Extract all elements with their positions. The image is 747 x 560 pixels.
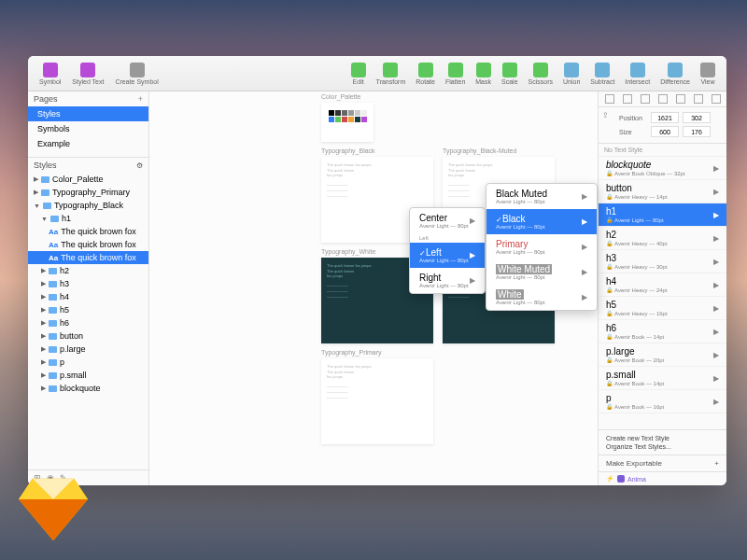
color-option[interactable]: PrimaryAvenir Light — 80pt▶ bbox=[486, 234, 597, 259]
text-style-icon: Aa bbox=[49, 228, 58, 236]
tree-item[interactable]: ▶h5 bbox=[28, 303, 148, 316]
toolbar-scissors[interactable]: Scissors bbox=[525, 63, 557, 85]
color-option[interactable]: WhiteAvenir Light — 80pt▶ bbox=[486, 285, 597, 310]
pos-x-input[interactable] bbox=[651, 112, 679, 123]
text-style-blockquote[interactable]: blockquote🔒Avenir Book Oblique — 32pt▶ bbox=[599, 157, 726, 180]
tree-item[interactable]: AaThe quick brown fox bbox=[28, 225, 148, 238]
toolbar-transform[interactable]: Transform bbox=[373, 63, 410, 85]
folder-icon bbox=[49, 359, 57, 366]
tree-item[interactable]: ▶h2 bbox=[28, 264, 148, 277]
align-option-center[interactable]: CenterAvenir Light — 80pt▶ bbox=[410, 208, 485, 233]
svg-marker-5 bbox=[53, 499, 88, 540]
toolbar-symbol[interactable]: Symbol bbox=[35, 63, 64, 85]
text-style-p.small[interactable]: p.small🔒Avenir Book — 14pt▶ bbox=[599, 367, 726, 390]
artboard-label: Typography_Black bbox=[321, 147, 375, 154]
pos-y-input[interactable] bbox=[683, 112, 711, 123]
size-w-input[interactable] bbox=[651, 126, 679, 137]
distribute-icon[interactable] bbox=[712, 94, 721, 104]
align-option-left[interactable]: ✓LeftAvenir Light — 80pt▶ bbox=[410, 243, 485, 268]
make-exportable[interactable]: Make Exportable+ bbox=[599, 455, 726, 471]
folder-icon bbox=[49, 294, 57, 301]
text-style-p.large[interactable]: p.large🔒Avenir Book — 20pt▶ bbox=[599, 343, 726, 367]
text-style-action[interactable]: Organize Text Styles... bbox=[606, 442, 719, 451]
text-style-h4[interactable]: h4🔒Avenir Heavy — 24pt▶ bbox=[599, 273, 726, 297]
chevron-right-icon: ▶ bbox=[582, 243, 587, 251]
toolbar-subtract[interactable]: Subtract bbox=[586, 63, 618, 85]
lock-icon: 🔒 bbox=[606, 357, 613, 363]
anima-plugin[interactable]: ⚡ Anima bbox=[599, 471, 726, 485]
text-style-action[interactable]: Create new Text Style bbox=[606, 434, 719, 442]
tree-item[interactable]: ▶Typography_Primary bbox=[28, 186, 148, 199]
left-sidebar: Pages + StylesSymbolsExample Styles ⚙ ▶C… bbox=[28, 91, 149, 485]
align-left-icon[interactable] bbox=[605, 94, 614, 104]
toolbar-mask[interactable]: Mask bbox=[472, 63, 495, 85]
tree-item[interactable]: ▼Typography_Black bbox=[28, 199, 148, 212]
align-option-right[interactable]: RightAvenir Light — 80pt▶ bbox=[410, 268, 485, 293]
folder-icon bbox=[41, 176, 49, 183]
tree-item[interactable]: AaThe quick brown fox bbox=[28, 251, 148, 264]
align-top-icon[interactable] bbox=[658, 94, 668, 104]
chevron-right-icon: ▶ bbox=[713, 211, 719, 219]
color-option[interactable]: ✓BlackAvenir Light — 80pt▶ bbox=[486, 209, 597, 234]
filter-icon[interactable]: ⚙ bbox=[136, 161, 143, 170]
lock-icon: 🔒 bbox=[606, 310, 613, 316]
folder-icon bbox=[50, 216, 59, 222]
no-text-style: No Text Style bbox=[599, 144, 726, 157]
toolbar-styled-text[interactable]: Styled Text bbox=[68, 63, 107, 85]
text-style-h3[interactable]: h3🔒Avenir Heavy — 30pt▶ bbox=[599, 250, 726, 273]
toolbar-edit[interactable]: Edit bbox=[347, 63, 370, 85]
artboard-label: Color_Palette bbox=[321, 93, 360, 100]
page-styles[interactable]: Styles bbox=[28, 106, 148, 121]
lock-icon: 🔒 bbox=[606, 333, 613, 340]
align-center-icon[interactable] bbox=[623, 94, 632, 104]
align-middle-icon[interactable] bbox=[676, 94, 685, 104]
text-style-h1[interactable]: h1🔒Avenir Light — 80pt▶ bbox=[599, 203, 726, 227]
text-style-h6[interactable]: h6🔒Avenir Book — 14pt▶ bbox=[599, 320, 726, 343]
tree-item[interactable]: ▶blockquote bbox=[28, 382, 148, 395]
toolbar-scale[interactable]: Scale bbox=[498, 63, 522, 85]
tree-item[interactable]: ▶button bbox=[28, 329, 148, 343]
align-right-icon[interactable] bbox=[641, 94, 650, 104]
tree-item[interactable]: AaThe quick brown fox bbox=[28, 238, 148, 251]
text-style-h5[interactable]: h5🔒Avenir Heavy — 16pt▶ bbox=[599, 297, 726, 320]
align-bottom-icon[interactable] bbox=[694, 94, 703, 104]
toolbar-rotate[interactable]: Rotate bbox=[412, 63, 439, 85]
lock-icon: 🔒 bbox=[606, 170, 613, 176]
inspector: ⇪ Position Size No Text Style blockquote… bbox=[598, 91, 726, 485]
alignment-popup: CenterAvenir Light — 80pt▶Left✓LeftAveni… bbox=[409, 207, 486, 294]
tree-item[interactable]: ▶h4 bbox=[28, 290, 148, 303]
page-symbols[interactable]: Symbols bbox=[28, 121, 148, 136]
size-label: Size bbox=[619, 129, 647, 135]
toolbar-difference[interactable]: Difference bbox=[656, 63, 694, 85]
artboard[interactable]: Typography_PrimaryThe quick brown fox ju… bbox=[321, 358, 433, 444]
folder-icon bbox=[49, 281, 57, 287]
color-option[interactable]: White MutedAvenir Light — 80pt▶ bbox=[486, 259, 597, 285]
tree-item[interactable]: ▶Color_Palette bbox=[28, 173, 148, 186]
text-style-p[interactable]: p🔒Avenir Book — 16pt▶ bbox=[599, 390, 726, 413]
page-example[interactable]: Example bbox=[28, 136, 148, 151]
lock-icon: 🔒 bbox=[606, 240, 613, 246]
tree-item[interactable]: ▶p bbox=[28, 356, 148, 369]
chevron-right-icon: ▶ bbox=[713, 398, 719, 406]
add-page-icon[interactable]: + bbox=[138, 94, 143, 104]
toolbar-view[interactable]: View bbox=[697, 63, 719, 85]
toolbar-intersect[interactable]: Intersect bbox=[621, 63, 654, 85]
lock-icon: 🔒 bbox=[606, 380, 613, 386]
artboard[interactable]: Color_Palette bbox=[321, 103, 374, 142]
toolbar-union[interactable]: Union bbox=[559, 63, 584, 85]
share-icon[interactable]: ⇪ bbox=[602, 111, 615, 124]
text-style-button[interactable]: button🔒Avenir Heavy — 14pt▶ bbox=[599, 180, 726, 203]
tree-item[interactable]: ▶h6 bbox=[28, 316, 148, 329]
tree-item[interactable]: ▼h1 bbox=[28, 212, 148, 225]
chevron-right-icon: ▶ bbox=[582, 293, 587, 301]
toolbar-flatten[interactable]: Flatten bbox=[442, 63, 469, 85]
color-option[interactable]: Black MutedAvenir Light — 80pt▶ bbox=[486, 184, 597, 209]
size-h-input[interactable] bbox=[683, 126, 711, 137]
tree-item[interactable]: ▶p.large bbox=[28, 343, 148, 356]
tree-item[interactable]: ▶h3 bbox=[28, 277, 148, 290]
text-style-h2[interactable]: h2🔒Avenir Heavy — 40pt▶ bbox=[599, 227, 726, 250]
toolbar-create-symbol[interactable]: Create Symbol bbox=[111, 63, 162, 85]
tree-item[interactable]: ▶p.small bbox=[28, 369, 148, 382]
text-style-icon: Aa bbox=[49, 254, 58, 262]
artboard-label: Typography_White bbox=[321, 248, 375, 255]
